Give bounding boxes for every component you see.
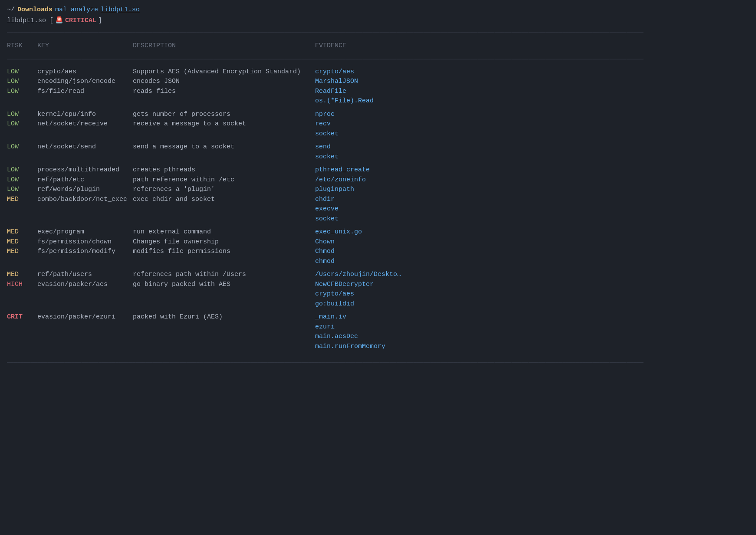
evidence-col: ReadFile	[315, 87, 749, 97]
desc-col: receive a message to a socket	[133, 119, 315, 129]
tilde-prefix: ~/	[7, 5, 15, 15]
evidence-extra-row: ezuri	[7, 322, 749, 332]
evidence-col: /Users/zhoujin/Deskto…	[315, 270, 749, 280]
results-table: RISK KEY DESCRIPTION EVIDENCE ──────────…	[7, 39, 749, 352]
table-row: LOW crypto/aes Supports AES (Advanced En…	[7, 67, 749, 77]
desc-col: Changes file ownership	[133, 237, 315, 247]
risk-label: LOW	[7, 175, 37, 185]
evidence-extra-row: socket	[7, 129, 749, 139]
badge-critical-text: CRITICAL	[65, 16, 96, 26]
bracket-close: ]	[98, 16, 102, 26]
risk-label: LOW	[7, 77, 37, 87]
risk-label: MED	[7, 237, 37, 247]
separator-top: ────────────────────────────────────────…	[7, 28, 749, 37]
key-col: net/socket/receive	[37, 119, 133, 129]
evidence-col: recv	[315, 119, 749, 129]
evidence-extra-row: socket	[7, 152, 749, 162]
path-downloads: Downloads	[17, 5, 53, 15]
critical-badge: [ 🚨 CRITICAL ]	[49, 16, 102, 26]
risk-label: MED	[7, 227, 37, 237]
evidence-col: crypto/aes	[315, 289, 749, 299]
evidence-col: send	[315, 142, 749, 152]
badge-emoji: 🚨	[55, 16, 63, 26]
key-col: ref/path/etc	[37, 175, 133, 185]
evidence-col: Chown	[315, 237, 749, 247]
table-row: LOW net/socket/send send a message to a …	[7, 142, 749, 152]
table-row: MED ref/path/users references path withi…	[7, 270, 749, 280]
desc-col: run external command	[133, 227, 315, 237]
evidence-col: os.(*File).Read	[315, 96, 749, 106]
evidence-col: crypto/aes	[315, 67, 749, 77]
key-col: fs/permission/modify	[37, 247, 133, 257]
key-col: ref/words/plugin	[37, 185, 133, 195]
subtitle-filename: libdpt1.so	[7, 16, 46, 26]
desc-col: Supports AES (Advanced Encryption Standa…	[133, 67, 315, 77]
table-row: MED fs/permission/chown Changes file own…	[7, 237, 749, 247]
evidence-col: pluginpath	[315, 185, 749, 195]
key-col: evasion/packer/ezuri	[37, 312, 133, 322]
header-line: ~/Downloads mal analyze libdpt1.so	[7, 5, 749, 15]
cmd-filename: libdpt1.so	[101, 5, 140, 15]
cmd-mal: mal analyze	[55, 5, 98, 15]
desc-col: exec chdir and socket	[133, 195, 315, 205]
terminal-window: ~/Downloads mal analyze libdpt1.so libdp…	[7, 5, 749, 367]
evidence-extra-row: os.(*File).Read	[7, 96, 749, 106]
risk-label: LOW	[7, 87, 37, 97]
evidence-col: /etc/zoneinfo	[315, 175, 749, 185]
evidence-col: pthread_create	[315, 165, 749, 175]
evidence-col: execve	[315, 204, 749, 214]
key-col: net/socket/send	[37, 142, 133, 152]
table-row: CRIT evasion/packer/ezuri packed with Ez…	[7, 312, 749, 322]
table-row: LOW fs/file/read reads files ReadFile	[7, 87, 749, 97]
table-row: LOW ref/path/etc path reference within /…	[7, 175, 749, 185]
risk-label: LOW	[7, 142, 37, 152]
subtitle-line: libdpt1.so [ 🚨 CRITICAL ]	[7, 16, 749, 26]
evidence-col: NewCFBDecrypter	[315, 280, 749, 290]
table-row: HIGH evasion/packer/aes go binary packed…	[7, 280, 749, 290]
key-col: crypto/aes	[37, 67, 133, 77]
desc-col: reads files	[133, 87, 315, 97]
evidence-col: socket	[315, 129, 749, 139]
evidence-col: chmod	[315, 257, 749, 267]
key-col: process/multithreaded	[37, 165, 133, 175]
evidence-col: socket	[315, 152, 749, 162]
desc-col: encodes JSON	[133, 77, 315, 87]
risk-label: LOW	[7, 119, 37, 129]
evidence-extra-row: socket	[7, 214, 749, 224]
evidence-col: main.runFromMemory	[315, 342, 749, 352]
evidence-col: chdir	[315, 195, 749, 205]
table-header: RISK KEY DESCRIPTION EVIDENCE	[7, 39, 749, 53]
evidence-col: go:buildid	[315, 299, 749, 309]
header-risk: RISK	[7, 41, 37, 51]
key-col: exec/program	[37, 227, 133, 237]
table-row: LOW net/socket/receive receive a message…	[7, 119, 749, 129]
desc-col: gets number of processors	[133, 110, 315, 120]
risk-label: MED	[7, 247, 37, 257]
key-col: fs/permission/chown	[37, 237, 133, 247]
evidence-col: main.aesDec	[315, 332, 749, 342]
table-row: MED fs/permission/modify modifies file p…	[7, 247, 749, 257]
table-row: LOW encoding/json/encode encodes JSON Ma…	[7, 77, 749, 87]
risk-label: LOW	[7, 185, 37, 195]
evidence-col: socket	[315, 214, 749, 224]
risk-label: LOW	[7, 67, 37, 77]
evidence-col: exec_unix.go	[315, 227, 749, 237]
desc-col: send a message to a socket	[133, 142, 315, 152]
evidence-extra-row: execve	[7, 204, 749, 214]
key-col: evasion/packer/aes	[37, 280, 133, 290]
risk-label: MED	[7, 270, 37, 280]
risk-label: LOW	[7, 165, 37, 175]
desc-col: modifies file permissions	[133, 247, 315, 257]
header-description: DESCRIPTION	[133, 41, 315, 51]
header-evidence: EVIDENCE	[315, 41, 749, 51]
desc-col: packed with Ezuri (AES)	[133, 312, 315, 322]
risk-label: HIGH	[7, 280, 37, 290]
evidence-col: ezuri	[315, 322, 749, 332]
key-col: ref/path/users	[37, 270, 133, 280]
evidence-col: MarshalJSON	[315, 77, 749, 87]
evidence-extra-row: main.runFromMemory	[7, 342, 749, 352]
risk-label: MED	[7, 195, 37, 205]
risk-label: CRIT	[7, 312, 37, 322]
desc-col: path reference within /etc	[133, 175, 315, 185]
table-row: LOW process/multithreaded creates pthrea…	[7, 165, 749, 175]
